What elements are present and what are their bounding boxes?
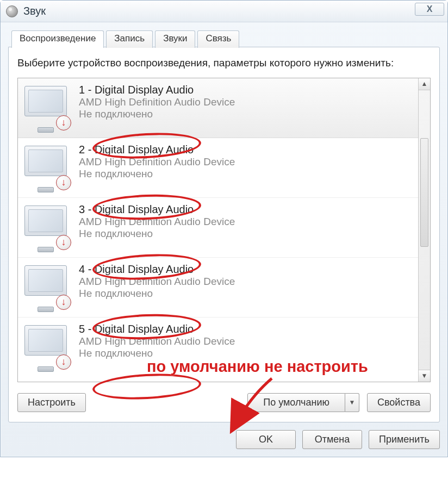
tab-playback-label: Воспроизведение [20, 33, 96, 43]
arrow-down-badge-icon: ↓ [56, 354, 71, 370]
tab-playback[interactable]: Воспроизведение [11, 30, 104, 48]
device-driver: AMD High Definition Audio Device [79, 216, 235, 228]
sound-dialog: Звук X Воспроизведение Запись Звуки Связ… [0, 0, 448, 457]
tab-comm-label: Связь [206, 33, 231, 43]
device-driver: AMD High Definition Audio Device [79, 96, 235, 108]
device-list[interactable]: ↓ 1 - Digital Display Audio AMD High Def… [18, 78, 418, 382]
device-item[interactable]: ↓ 3 - Digital Display Audio AMD High Def… [18, 198, 418, 258]
device-driver: AMD High Definition Audio Device [79, 156, 235, 168]
device-list-wrap: ↓ 1 - Digital Display Audio AMD High Def… [17, 78, 431, 382]
properties-button-label: Свойства [377, 397, 420, 408]
device-status: Не подключено [79, 108, 235, 120]
device-name: 4 - Digital Display Audio [79, 263, 235, 276]
chevron-down-icon: ▼ [349, 399, 356, 406]
arrow-down-badge-icon: ↓ [56, 235, 71, 250]
device-status: Не подключено [79, 347, 235, 359]
scrollbar[interactable]: ▲ ▼ [418, 78, 430, 382]
configure-button-label: Настроить [28, 397, 76, 408]
device-item[interactable]: ↓ 5 - Digital Display Audio AMD High Def… [18, 318, 418, 377]
device-item[interactable]: ↓ 4 - Digital Display Audio AMD High Def… [18, 258, 418, 318]
ok-button[interactable]: OK [236, 430, 296, 449]
device-name: 3 - Digital Display Audio [79, 203, 235, 216]
device-name: 2 - Digital Display Audio [79, 144, 235, 156]
tab-record-label: Запись [114, 33, 145, 43]
monitor-icon: ↓ [24, 325, 69, 366]
monitor-icon: ↓ [24, 146, 69, 187]
arrow-down-badge-icon: ↓ [56, 295, 71, 310]
set-default-button-label: По умолчанию [263, 397, 329, 408]
device-driver: AMD High Definition Audio Device [79, 276, 235, 288]
device-name: 1 - Digital Display Audio [79, 84, 235, 96]
tab-sounds-label: Звуки [163, 33, 187, 43]
device-status: Не подключено [79, 288, 235, 300]
tab-record[interactable]: Запись [106, 30, 153, 48]
sound-icon [6, 5, 18, 17]
apply-button[interactable]: Применить [369, 430, 440, 449]
scroll-up-button[interactable]: ▲ [419, 78, 430, 90]
device-name: 5 - Digital Display Audio [79, 323, 235, 335]
scroll-thumb[interactable] [420, 138, 428, 247]
tab-body: Выберите устройство воспроизведения, пар… [8, 47, 440, 422]
close-button[interactable]: X [415, 3, 444, 16]
device-status: Не подключено [79, 228, 235, 240]
set-default-button[interactable]: По умолчанию [247, 393, 345, 412]
cancel-button[interactable]: Отмена [302, 430, 362, 449]
configure-button[interactable]: Настроить [17, 393, 86, 412]
properties-button[interactable]: Свойства [367, 393, 431, 412]
tab-strip: Воспроизведение Запись Звуки Связь [11, 30, 440, 48]
apply-button-label: Применить [379, 434, 430, 445]
monitor-icon: ↓ [24, 86, 69, 127]
ok-button-label: OK [259, 434, 273, 445]
monitor-icon: ↓ [24, 265, 69, 307]
device-driver: AMD High Definition Audio Device [79, 335, 235, 347]
cancel-button-label: Отмена [315, 434, 350, 445]
device-status: Не подключено [79, 168, 235, 180]
titlebar[interactable]: Звук X [1, 1, 447, 22]
scroll-down-button[interactable]: ▼ [419, 370, 430, 382]
arrow-down-badge-icon: ↓ [56, 115, 71, 130]
tab-sounds[interactable]: Звуки [155, 30, 195, 48]
tab-comm[interactable]: Связь [197, 30, 239, 48]
monitor-icon: ↓ [24, 206, 69, 247]
window-title: Звук [23, 5, 46, 17]
arrow-down-badge-icon: ↓ [56, 175, 71, 190]
set-default-dropdown[interactable]: ▼ [345, 393, 359, 412]
instruction-text: Выберите устройство воспроизведения, пар… [17, 56, 431, 70]
device-item[interactable]: ↓ 2 - Digital Display Audio AMD High Def… [18, 138, 418, 198]
device-item[interactable]: ↓ 1 - Digital Display Audio AMD High Def… [18, 78, 418, 138]
close-icon: X [427, 4, 433, 14]
